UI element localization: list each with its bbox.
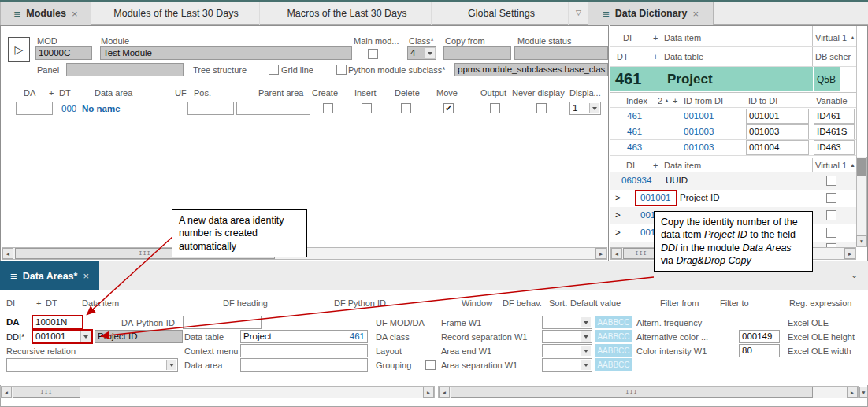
main-module-checkbox[interactable] — [368, 49, 378, 59]
context-menu-field[interactable] — [240, 344, 368, 357]
col-header-move[interactable]: Move — [436, 88, 458, 98]
record-sep-color-badge[interactable]: AABBCC — [595, 330, 632, 342]
col-header-uf[interactable]: UF — [175, 88, 187, 98]
dt-row-label[interactable]: DT — [617, 52, 629, 61]
dropdown-icon[interactable] — [581, 360, 591, 370]
scroll-right-button[interactable]: ► — [595, 248, 606, 259]
col-header-delete[interactable]: Delete — [395, 88, 420, 98]
tab-modules-last-30[interactable]: Modules of the Last 30 Days — [93, 2, 260, 25]
col-header-df-heading[interactable]: DF heading — [223, 298, 268, 308]
col-header-variable[interactable]: Variable — [816, 96, 848, 105]
col-header-data-item[interactable]: Data item — [664, 161, 701, 170]
recursive-relation-dropdown[interactable] — [6, 358, 178, 372]
scroll-left-button[interactable]: ◄ — [611, 248, 622, 259]
class-dropdown[interactable]: 4 — [407, 46, 436, 60]
horizontal-scrollbar[interactable]: ◄ III ► — [438, 386, 859, 398]
data-item-field[interactable]: Project ID — [95, 330, 183, 343]
record-sep-dropdown[interactable] — [542, 330, 592, 343]
plus-icon[interactable]: + — [673, 96, 677, 105]
tab-global-settings[interactable]: Global Settings — [435, 2, 569, 25]
col-header-window[interactable]: Window — [462, 298, 492, 308]
dropdown-icon[interactable] — [166, 360, 176, 370]
virtual-checkbox[interactable] — [826, 210, 836, 220]
data-area-field[interactable] — [240, 358, 368, 372]
create-checkbox[interactable] — [323, 103, 333, 113]
display-dropdown[interactable]: 1 — [569, 102, 601, 115]
col-header-id-to[interactable]: ID to DI — [748, 96, 777, 105]
col-header-output[interactable]: Output — [480, 88, 506, 98]
col-header-display[interactable]: Displa... — [569, 88, 601, 98]
area-end-dropdown[interactable] — [542, 344, 592, 357]
col-header-dt[interactable]: DT — [46, 298, 57, 308]
expand-icon[interactable]: > — [615, 228, 621, 238]
never-display-checkbox[interactable] — [536, 103, 547, 113]
tab-data-dictionary[interactable]: ≡ Data Dictionary × — [588, 2, 714, 25]
area-sep-color-badge[interactable]: AABBCC — [595, 358, 632, 371]
col-header-data-item[interactable]: Data item — [664, 33, 701, 43]
scrollbar-thumb[interactable]: III — [13, 387, 80, 398]
plus-icon[interactable]: + — [653, 52, 658, 61]
db-scheme-header[interactable]: DB scher — [815, 52, 851, 61]
horizontal-scrollbar[interactable]: ◄ III ► — [0, 386, 435, 398]
tab-macros-last-30[interactable]: Macros of the Last 30 Days — [263, 2, 432, 25]
hamburger-icon[interactable]: ≡ — [603, 8, 610, 20]
close-icon[interactable]: × — [83, 270, 89, 282]
link-variable-cell[interactable]: ID461S — [814, 124, 855, 139]
collapse-icon[interactable]: ⌄ — [851, 270, 858, 280]
col-header-di[interactable]: DI — [623, 33, 632, 43]
link-variable-cell[interactable]: ID461 — [814, 109, 855, 124]
parent-area-field[interactable] — [236, 102, 310, 115]
python-subclass-field[interactable]: ppms.module_subclasses.base_clas — [454, 63, 608, 76]
frame-dropdown[interactable] — [542, 316, 592, 329]
db-scheme-cell[interactable]: Q5B — [814, 67, 840, 91]
scroll-down-button[interactable]: ▼ — [856, 235, 867, 246]
data-table-field[interactable]: Project 461 — [240, 330, 368, 343]
da-id-field[interactable]: 10001N — [32, 315, 83, 330]
tab-data-areas[interactable]: ≡ Data Areas* × — [0, 261, 99, 290]
ddi-field[interactable]: 001001 — [32, 329, 93, 344]
tab-modules[interactable]: ≡ Modules × — [0, 2, 91, 25]
da-id-field[interactable] — [16, 102, 53, 115]
copy-from-field[interactable] — [443, 46, 511, 60]
col-header-filter-from[interactable]: Filter from — [660, 298, 699, 308]
sort-order-number[interactable]: 2 — [658, 96, 662, 105]
plus-icon[interactable]: + — [49, 88, 54, 98]
expand-icon[interactable]: > — [615, 193, 621, 203]
insert-checkbox[interactable] — [362, 103, 372, 113]
col-header-default-value[interactable]: Default value — [570, 298, 621, 308]
col-header-df-python-id[interactable]: DF Python ID — [334, 298, 386, 308]
close-icon[interactable]: × — [692, 8, 699, 20]
color-intensity-field[interactable]: 80 — [739, 344, 780, 357]
frame-color-badge[interactable]: AABBCC — [595, 316, 632, 328]
link-id-to-cell[interactable]: 001004 — [746, 140, 809, 155]
close-icon[interactable]: × — [72, 8, 78, 20]
link-variable-cell[interactable]: ID463 — [814, 140, 855, 155]
scrollbar-thumb[interactable]: III — [451, 387, 813, 398]
virtual-checkbox[interactable] — [826, 176, 836, 186]
col-header-filter-to[interactable]: Filter to — [720, 298, 749, 308]
col-header-parent-area[interactable]: Parent area — [258, 88, 303, 98]
scrollbar-thumb[interactable] — [857, 158, 866, 176]
dropdown-icon[interactable] — [581, 317, 591, 327]
col-header-sort[interactable]: Sort. — [549, 298, 567, 308]
grouping-checkbox[interactable] — [425, 360, 436, 370]
col-header-data-item[interactable]: Data item — [82, 298, 119, 308]
dropdown-icon[interactable] — [581, 331, 591, 342]
scroll-left-button[interactable]: ◄ — [439, 387, 450, 398]
dropdown-icon[interactable] — [80, 331, 91, 342]
col-header-virtual[interactable]: Virtual 1 — [815, 161, 847, 170]
scroll-down-button[interactable]: ▼ — [859, 387, 868, 398]
plus-icon[interactable]: + — [653, 33, 658, 43]
col-header-di[interactable]: DI — [6, 298, 15, 308]
col-header-dt[interactable]: DT — [59, 88, 71, 98]
col-header-data-area[interactable]: Data area — [95, 88, 132, 98]
vertical-scrollbar[interactable]: ▼ — [856, 157, 867, 247]
virtual-checkbox[interactable] — [826, 228, 836, 238]
da-python-id-field[interactable] — [183, 316, 262, 329]
module-name-field[interactable]: Test Module — [100, 46, 352, 60]
selected-data-table-row[interactable]: 461 Project — [610, 67, 813, 91]
scroll-right-button[interactable]: ► — [847, 387, 858, 398]
scroll-right-button[interactable]: ► — [844, 248, 855, 259]
pos-field[interactable] — [187, 102, 234, 115]
dropdown-icon[interactable] — [589, 103, 599, 113]
